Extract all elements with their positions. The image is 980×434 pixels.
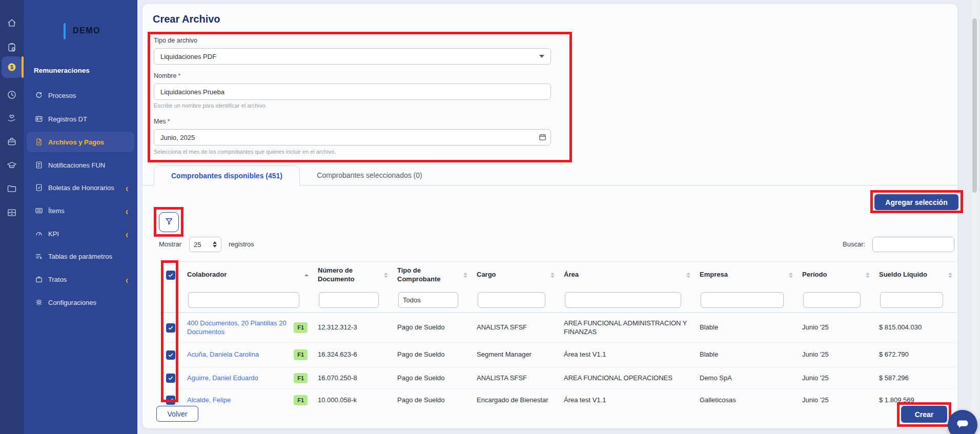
search-input[interactable] <box>872 237 954 252</box>
sort-icon <box>550 273 555 278</box>
filter-button[interactable] <box>159 212 179 232</box>
sort-icon <box>866 273 870 278</box>
required-asterisk: * <box>178 72 180 79</box>
tab-comprobantes-seleccionados[interactable]: Comprobantes seleccionados (0) <box>300 165 439 185</box>
sidebar-item-label: KPI <box>48 230 59 238</box>
tab-comprobantes-disponibles[interactable]: Comprobantes disponibles (451) <box>154 166 300 186</box>
scrollbar-track[interactable] <box>971 0 978 434</box>
header-sueldo-liquido[interactable]: Sueldo Líquido <box>874 267 956 282</box>
cell-cargo: Encargado de Bienestar <box>472 393 559 408</box>
gear-icon <box>35 298 43 306</box>
table-header-row: Colaborador Número de Documento Tipo de … <box>159 261 956 288</box>
chevron-left-icon: ‹ <box>126 228 128 239</box>
sidebar-item-label: Tablas de parámetros <box>48 253 112 260</box>
graduation-cap-icon[interactable] <box>7 160 17 171</box>
folder-icon[interactable] <box>7 183 17 194</box>
header-empresa[interactable]: Empresa <box>695 267 797 282</box>
colaborador-link[interactable]: Alcalde, Felipe <box>187 396 231 405</box>
rail-active-indicator <box>22 56 24 78</box>
header-periodo[interactable]: Período <box>797 267 874 282</box>
sidebar-item-label: Notificaciones FUN <box>48 161 105 169</box>
tab-bar: Comprobantes disponibles (451) Comproban… <box>142 165 957 185</box>
cell-sueldo: $ 672.790 <box>874 347 956 362</box>
tipo-archivo-value: Liquidaciones PDF <box>160 53 216 60</box>
buscar-label: Buscar: <box>843 240 865 248</box>
sidebar-item-boletas-de-honorarios[interactable]: Boletas de Honorarios ‹ <box>27 177 134 198</box>
row-checkbox[interactable] <box>166 350 175 360</box>
mes-label: Mes* <box>154 118 170 125</box>
filter-area-input[interactable] <box>565 292 681 308</box>
hand-heart-icon[interactable] <box>7 113 17 123</box>
mes-input[interactable] <box>154 129 551 146</box>
sidebar-item-notificaciones-fun[interactable]: Notificaciones FUN <box>27 155 134 175</box>
sidebar-item-procesos[interactable]: Procesos <box>27 85 134 106</box>
row-checkbox[interactable] <box>166 374 175 383</box>
sidebar-item-items[interactable]: Ítems ‹ <box>27 200 134 221</box>
agregar-seleccion-button[interactable]: Agregar selección <box>874 194 958 210</box>
header-cargo[interactable]: Cargo <box>472 267 559 282</box>
sidebar-item-label: Configuraciones <box>48 299 96 306</box>
header-area[interactable]: Área <box>559 267 695 282</box>
header-colaborador[interactable]: Colaborador <box>182 267 313 282</box>
sidebar-item-tablas-de-parametros[interactable]: Tablas de parámetros <box>27 246 134 266</box>
colaborador-link[interactable]: Acuña, Daniela Carolina <box>187 350 259 359</box>
sidebar-item-tratos[interactable]: Tratos ‹ <box>27 269 134 290</box>
cell-sueldo: $ 587.296 <box>874 371 956 386</box>
sort-icon <box>384 273 388 278</box>
header-numero-documento[interactable]: Número de Documento <box>313 263 392 286</box>
filter-comprobante-select[interactable]: Todos <box>398 292 458 308</box>
id-card-icon <box>35 115 43 123</box>
sidebar-item-label: Tratos <box>48 276 67 283</box>
sidebar-item-kpi[interactable]: KPI ‹ <box>27 223 134 244</box>
nombre-input[interactable] <box>154 84 551 100</box>
cell-documento: 16.070.250-8 <box>313 371 392 386</box>
row-checkbox[interactable] <box>166 323 175 333</box>
sidebar-item-label: Ítems <box>48 207 65 215</box>
app-root: $ DEMO Remuneraciones Procesos <box>0 0 980 434</box>
colaborador-link[interactable]: 400 Documentos, 20 Plantillas 20 Documen… <box>187 319 291 337</box>
f1-badge: F1 <box>294 322 308 333</box>
briefcase-icon[interactable] <box>7 136 17 147</box>
list-card-icon <box>35 206 43 215</box>
crear-button[interactable]: Crear <box>901 406 947 423</box>
main-card: Crear Archivo Tipo de archivo Liquidacio… <box>142 4 957 428</box>
sidebar-item-configuraciones[interactable]: Configuraciones <box>27 292 134 313</box>
cell-area: AREA FUNCIONAL OPERACIONES <box>559 371 695 386</box>
calendar-icon[interactable] <box>538 133 547 141</box>
sidebar-section-title: Remuneraciones <box>34 67 90 74</box>
sort-icon <box>686 273 690 278</box>
filter-documento-input[interactable] <box>319 292 379 308</box>
filter-periodo-input[interactable] <box>803 292 861 308</box>
scrollbar-thumb[interactable] <box>972 18 977 193</box>
tipo-archivo-select[interactable]: Liquidaciones PDF <box>154 48 551 65</box>
sidebar-item-label: Boletas de Honorarios <box>48 184 114 192</box>
clipboard-icon[interactable] <box>7 42 17 52</box>
row-checkbox[interactable] <box>166 396 175 405</box>
remunerations-coin-icon[interactable]: $ <box>7 62 17 72</box>
table-row: 400 Documentos, 20 Plantillas 20 Documen… <box>159 313 956 342</box>
table-row: Aguirre, Daniel EduardoF1 16.070.250-8 P… <box>159 367 956 389</box>
volver-button[interactable]: Volver <box>156 406 198 422</box>
refresh-icon <box>35 91 43 99</box>
page-size-select[interactable]: 25 <box>189 237 221 252</box>
app-logo: DEMO <box>73 26 100 35</box>
svg-text:$: $ <box>10 65 13 70</box>
home-icon[interactable] <box>7 18 17 28</box>
colaborador-link[interactable]: Aguirre, Daniel Eduardo <box>187 374 258 383</box>
sidebar-item-archivos-y-pagos[interactable]: $ Archivos y Pagos <box>27 132 134 152</box>
cell-periodo: Junio '25 <box>797 320 874 335</box>
filter-colaborador-input[interactable] <box>188 292 299 308</box>
filter-empresa-input[interactable] <box>701 292 784 308</box>
sidebar-item-registros-dt[interactable]: Registros DT <box>27 109 134 129</box>
table-filter-row: Todos <box>159 288 956 313</box>
select-all-checkbox[interactable] <box>166 271 175 280</box>
cell-empresa: Blable <box>695 347 797 362</box>
archive-drawer-icon[interactable] <box>7 208 17 218</box>
clock-icon[interactable] <box>7 90 17 100</box>
filter-sueldo-input[interactable] <box>880 292 943 308</box>
cell-sueldo: $ 815.004.030 <box>874 320 956 335</box>
sidebar: DEMO Remuneraciones Procesos Registros D… <box>24 0 137 434</box>
chevron-left-icon: ‹ <box>126 205 128 216</box>
filter-cargo-input[interactable] <box>478 292 545 308</box>
header-tipo-comprobante[interactable]: Tipo de Comprobante <box>392 263 472 286</box>
